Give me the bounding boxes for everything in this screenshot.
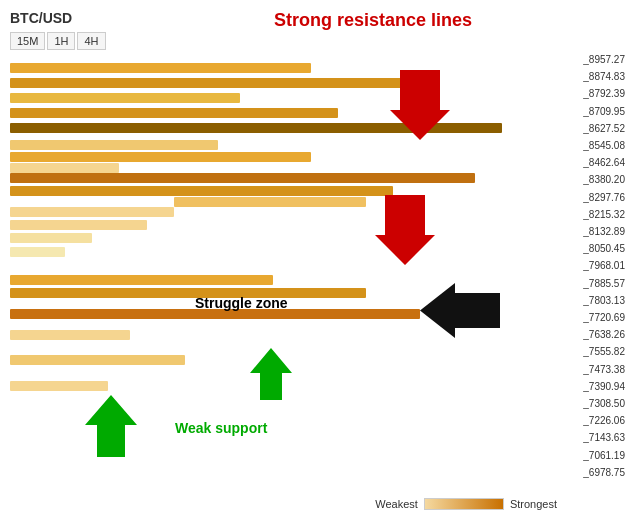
bar-row	[10, 173, 475, 183]
price-label: _8709.95	[583, 107, 625, 117]
legend: Weakest Strongest	[375, 498, 557, 510]
svg-marker-4	[250, 348, 292, 400]
black-arrow-left	[420, 283, 500, 342]
price-label: _7308.50	[583, 399, 625, 409]
price-label: _7638.26	[583, 330, 625, 340]
bar-row	[10, 330, 130, 340]
bar-row	[10, 247, 65, 257]
bar-row	[10, 288, 366, 298]
price-labels: _8957.27_8874.83_8792.39_8709.95_8627.52…	[583, 55, 625, 478]
price-label: _8792.39	[583, 89, 625, 99]
svg-marker-3	[85, 395, 137, 457]
chart-container: BTC/USD Strong resistance lines 15M 1H 4…	[0, 0, 627, 518]
legend-weakest-label: Weakest	[375, 498, 418, 510]
price-label: _8215.32	[583, 210, 625, 220]
bar-row	[10, 381, 108, 391]
timeframe-4h[interactable]: 4H	[77, 32, 105, 50]
timeframe-1h[interactable]: 1H	[47, 32, 75, 50]
green-arrow-up-2	[250, 348, 292, 404]
timeframe-15m[interactable]: 15M	[10, 32, 45, 50]
price-label: _7390.94	[583, 382, 625, 392]
svg-marker-0	[390, 70, 450, 140]
svg-marker-2	[420, 283, 500, 338]
price-label: _8627.52	[583, 124, 625, 134]
struggle-zone-label: Struggle zone	[195, 295, 288, 311]
bar-row	[10, 152, 311, 162]
resistance-title: Strong resistance lines	[274, 10, 472, 31]
bar-row	[10, 108, 338, 118]
price-label: _6978.75	[583, 468, 625, 478]
legend-gradient	[424, 498, 504, 510]
chart-title: BTC/USD	[10, 10, 72, 26]
price-label: _8132.89	[583, 227, 625, 237]
weak-support-label: Weak support	[175, 420, 267, 436]
price-label: _7968.01	[583, 261, 625, 271]
price-label: _8380.20	[583, 175, 625, 185]
legend-strongest-label: Strongest	[510, 498, 557, 510]
price-label: _8874.83	[583, 72, 625, 82]
bar-row	[10, 220, 147, 230]
bar-row	[10, 207, 174, 217]
price-label: _7226.06	[583, 416, 625, 426]
price-label: _7885.57	[583, 279, 625, 289]
bar-row	[10, 63, 311, 73]
price-label: _8050.45	[583, 244, 625, 254]
price-label: _8462.64	[583, 158, 625, 168]
red-arrow-down-2	[375, 195, 435, 269]
price-label: _7143.63	[583, 433, 625, 443]
timeframe-buttons: 15M 1H 4H	[10, 32, 106, 50]
bar-row	[10, 140, 218, 150]
bar-row	[10, 355, 185, 365]
bar-row	[10, 233, 92, 243]
bar-row	[10, 275, 273, 285]
price-label: _7803.13	[583, 296, 625, 306]
price-label: _8957.27	[583, 55, 625, 65]
svg-marker-1	[375, 195, 435, 265]
price-label: _7061.19	[583, 451, 625, 461]
bar-row	[10, 186, 393, 196]
green-arrow-up-1	[85, 395, 137, 461]
price-label: _7720.69	[583, 313, 625, 323]
red-arrow-down-1	[390, 70, 450, 144]
bar-row	[10, 93, 240, 103]
bar-row	[10, 78, 404, 88]
bar-row	[10, 163, 119, 173]
price-label: _7555.82	[583, 347, 625, 357]
price-label: _8545.08	[583, 141, 625, 151]
price-label: _7473.38	[583, 365, 625, 375]
price-label: _8297.76	[583, 193, 625, 203]
bar-row	[174, 197, 365, 207]
